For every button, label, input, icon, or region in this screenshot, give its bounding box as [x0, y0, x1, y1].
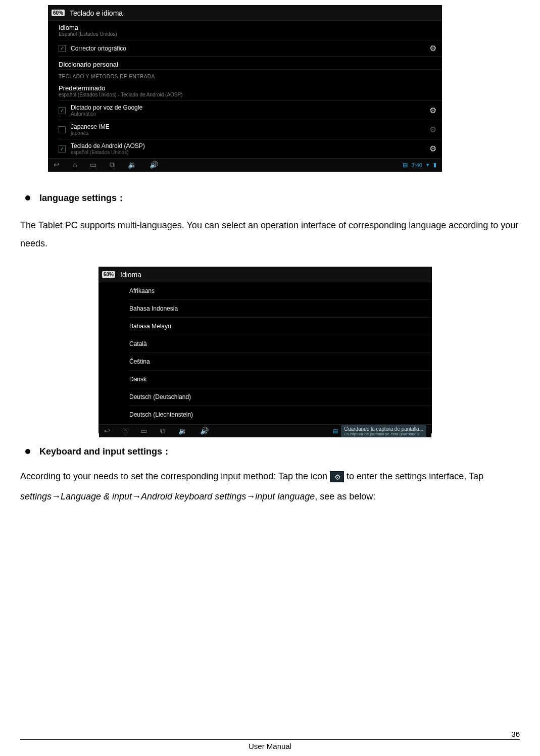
footer-title: User Manual — [249, 742, 291, 750]
shot1-header: 60% Teclado e idioma — [48, 6, 441, 21]
ime-row-google[interactable]: ✓ Dictado por voz de Google Automático ⚙ — [59, 102, 441, 119]
corrector-row[interactable]: ✓ Corrector ortográfico ⚙ — [59, 41, 441, 55]
settings-sliders-icon: ⚙ — [330, 471, 344, 482]
shot2-header: 60% Idioma — [99, 267, 431, 282]
battery-badge: 60% — [52, 10, 65, 16]
language-option[interactable]: Bahasa Melayu — [129, 318, 431, 335]
recent-icon[interactable]: ▭ — [140, 427, 147, 435]
wifi-icon: ▾ — [426, 162, 429, 168]
paragraph-keyboard: According to your needs to set the corre… — [20, 467, 520, 507]
settings-icon[interactable]: ⚙ — [429, 144, 435, 154]
section-heading-keyboard: Keyboard and input settings： — [39, 445, 171, 458]
home-icon[interactable]: ⌂ — [73, 161, 77, 169]
language-option[interactable]: Čeština — [129, 353, 431, 371]
paragraph-language: The Tablet PC supports multi-languages. … — [20, 216, 520, 253]
ime-title: Teclado de Android (AOSP) — [71, 142, 145, 149]
checkbox-icon[interactable]: ✓ — [59, 145, 66, 153]
ime-sub: japonés — [71, 130, 110, 136]
volume-up-icon[interactable]: 🔊 — [150, 161, 158, 169]
android-navbar: ↩ ⌂ ▭ ⧉ 🔉 🔊 ▤ Guardando la captura de pa… — [99, 424, 431, 437]
para2-text-a: According to your needs to set the corre… — [20, 471, 330, 481]
settings-icon[interactable]: ⚙ — [429, 106, 435, 115]
battery-icon: ▮ — [433, 162, 436, 168]
settings-icon[interactable]: ⚙ — [429, 43, 435, 53]
page-footer: 36 User Manual — [20, 739, 520, 742]
android-navbar: ↩ ⌂ ▭ ⧉ 🔉 🔊 ▤ 3:40 ▾ ▮ — [48, 158, 441, 171]
ime-title: Dictado por voz de Google — [71, 104, 142, 111]
clock-time: 3:40 — [412, 162, 422, 168]
ime-sub: español (Estados Unidos) — [71, 149, 145, 155]
screenshot-idioma-list: 60% Idioma Afrikaans Bahasa Indonesia Ba… — [99, 267, 432, 433]
bullet-dot-icon — [25, 449, 30, 454]
idioma-value: Español (Estados Unidos) — [59, 31, 441, 39]
checkbox-icon[interactable]: ✓ — [59, 107, 66, 114]
shot2-title: Idioma — [120, 271, 141, 279]
ime-title: Japanese IME — [71, 123, 110, 130]
teclado-category: TECLADO Y MÉTODOS DE ENTRADA — [59, 71, 441, 81]
language-option[interactable]: Afrikaans — [129, 282, 431, 300]
screenshot-language-input: 60% Teclado e idioma Idioma Español (Est… — [48, 5, 442, 172]
language-option[interactable]: Bahasa Indonesia — [129, 300, 431, 318]
ime-row-android[interactable]: ✓ Teclado de Android (AOSP) español (Est… — [59, 140, 441, 157]
navigation-path: settings→Language & input→Android keyboa… — [20, 491, 315, 501]
screenshot-icon[interactable]: ⧉ — [110, 161, 115, 169]
language-option[interactable]: Dansk — [129, 371, 431, 388]
predeterminado-label[interactable]: Predeterminado — [59, 81, 441, 92]
recent-icon[interactable]: ▭ — [90, 161, 96, 169]
language-option[interactable]: Català — [129, 335, 431, 353]
ime-row-japanese[interactable]: Japanese IME japonés ⚙ — [59, 121, 441, 138]
back-icon[interactable]: ↩ — [54, 161, 60, 169]
settings-icon[interactable]: ⚙ — [429, 125, 435, 134]
bullet-dot-icon — [25, 195, 30, 200]
checkbox-checked-icon[interactable]: ✓ — [59, 45, 66, 52]
back-icon[interactable]: ↩ — [104, 427, 110, 435]
predeterminado-value: español (Estados Unidos) - Teclado de An… — [59, 92, 441, 99]
page-number: 36 — [511, 730, 520, 738]
para2-text-b: to enter the settings interface, Tap — [347, 471, 483, 481]
sd-icon: ▤ — [403, 162, 408, 168]
language-option[interactable]: Deutsch (Deutschland) — [129, 388, 431, 406]
battery-badge: 60% — [102, 271, 115, 278]
screenshot-icon[interactable]: ⧉ — [160, 427, 165, 435]
toast-title: Guardando la captura de pantalla... — [344, 426, 423, 432]
language-option[interactable]: Deutsch (Liechtenstein) — [129, 406, 431, 423]
idioma-label[interactable]: Idioma — [59, 21, 441, 31]
ime-sub: Automático — [71, 111, 142, 117]
volume-up-icon[interactable]: 🔊 — [200, 427, 209, 435]
shot1-title: Teclado e idioma — [70, 9, 123, 17]
toast-subtitle: La captura de pantalla se está guardando — [344, 432, 423, 436]
screenshot-toast: Guardando la captura de pantalla... La c… — [341, 425, 426, 437]
volume-down-icon[interactable]: 🔉 — [128, 161, 136, 169]
corrector-label: Corrector ortográfico — [71, 45, 126, 52]
para2-text-c: , see as below: — [315, 491, 375, 501]
checkbox-icon[interactable] — [59, 126, 66, 133]
section-heading-language: language settings： — [39, 192, 126, 204]
save-icon: ▤ — [333, 428, 338, 434]
diccionario-personal[interactable]: Diccionario personal — [59, 58, 441, 68]
volume-down-icon[interactable]: 🔉 — [178, 427, 187, 435]
home-icon[interactable]: ⌂ — [123, 427, 127, 435]
